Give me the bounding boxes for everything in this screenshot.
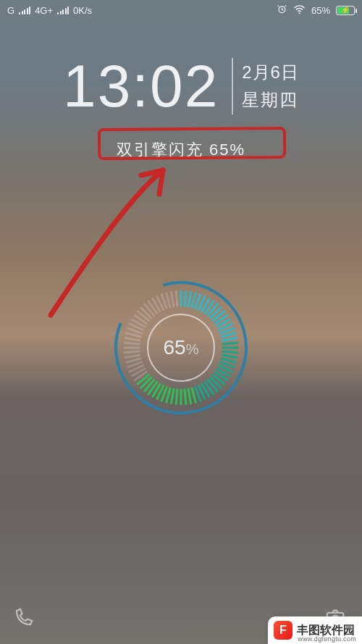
svg-line-38 xyxy=(185,390,186,404)
charging-ring-percent: 65% xyxy=(109,336,253,359)
signal-bars-icon xyxy=(19,6,30,14)
lock-screen: G 4G+ 0K/s 65% ⚡ 13:02 xyxy=(0,0,362,644)
svg-line-5 xyxy=(188,292,190,306)
clock-weekday: 星期四 xyxy=(242,88,299,112)
status-bar: G 4G+ 0K/s 65% ⚡ xyxy=(0,0,362,20)
signal-bars-icon xyxy=(57,6,69,14)
clock-date: 2月6日 xyxy=(242,61,299,84)
status-bar-left: G 4G+ 0K/s xyxy=(7,5,92,16)
ring-pct-symbol: % xyxy=(186,341,199,357)
svg-line-42 xyxy=(167,388,170,402)
svg-point-1 xyxy=(298,12,300,14)
clock-date-col: 2月6日 星期四 xyxy=(242,61,299,112)
alarm-icon xyxy=(277,4,287,17)
svg-line-36 xyxy=(192,388,195,402)
charging-status-text: 双引擎闪充 65% xyxy=(0,139,362,161)
clock-time: 13:02 xyxy=(63,57,224,116)
svg-line-73 xyxy=(172,292,174,306)
clock-block: 13:02 2月6日 星期四 xyxy=(0,57,362,116)
svg-line-41 xyxy=(172,389,174,403)
battery-icon: ⚡ xyxy=(336,6,355,15)
svg-line-40 xyxy=(176,390,177,404)
charging-ring: 65% xyxy=(109,275,253,420)
watermark: F 丰图软件园 www.dgfengtu.com xyxy=(268,616,362,644)
status-bar-right: 65% ⚡ xyxy=(277,4,355,17)
watermark-url: www.dgfengtu.com xyxy=(298,635,356,643)
svg-line-37 xyxy=(188,389,190,403)
svg-line-4 xyxy=(185,291,186,306)
network-type: 4G+ xyxy=(35,5,53,16)
svg-line-72 xyxy=(167,293,170,307)
wifi-icon xyxy=(293,4,306,17)
battery-pct-text: 65% xyxy=(311,5,330,16)
charging-bolt-icon: ⚡ xyxy=(337,6,354,14)
ring-pct-number: 65 xyxy=(164,336,186,359)
carrier-letter: G xyxy=(7,5,14,16)
svg-line-74 xyxy=(176,291,177,306)
clock-divider xyxy=(232,58,233,114)
watermark-logo: F xyxy=(274,621,292,640)
data-rate: 0K/s xyxy=(73,5,92,16)
svg-line-6 xyxy=(192,293,195,307)
phone-icon[interactable] xyxy=(13,606,35,631)
